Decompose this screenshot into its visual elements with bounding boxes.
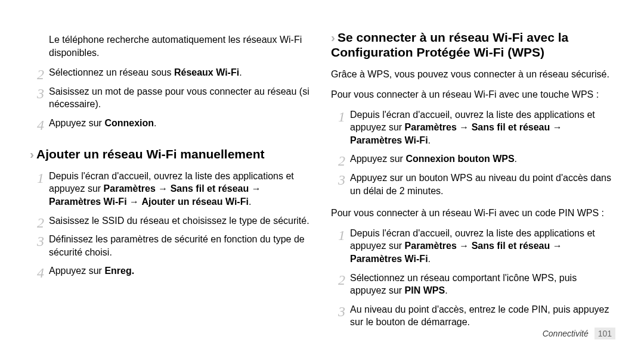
- text: →: [156, 183, 171, 194]
- text: →: [249, 183, 261, 194]
- bold-text: Ajouter un réseau Wi-Fi: [141, 197, 248, 207]
- bold-text: Sans fil et réseau: [472, 122, 550, 132]
- text: Appuyez sur: [49, 118, 104, 128]
- right-intro: Grâce à WPS, vous pouvez vous connecter …: [331, 68, 614, 81]
- left-a-step-2: Sélectionnez un réseau sous Réseaux Wi-F…: [30, 66, 313, 79]
- bold-text: Paramètres: [104, 183, 156, 194]
- left-intro: Le téléphone recherche automatiquement l…: [30, 33, 313, 59]
- right-steps-a: Depuis l'écran d'accueil, ouvrez la list…: [331, 105, 614, 204]
- text: Sélectionnez un réseau sous: [49, 67, 174, 77]
- page-footer: Connectivité 101: [543, 329, 615, 338]
- left-b-step-4: Appuyez sur Enreg.: [30, 264, 313, 278]
- text: Appuyez sur: [49, 266, 104, 276]
- heading-text: Ajouter un réseau Wi-Fi manuellement: [36, 147, 265, 161]
- right-b-step-2: Sélectionnez un réseau comportant l'icôn…: [331, 272, 614, 297]
- footer-section: Connectivité: [543, 329, 589, 338]
- bold-text: Réseaux Wi-Fi: [174, 67, 239, 77]
- page: Le téléphone recherche automatiquement l…: [0, 0, 644, 349]
- left-a-step-4: Appuyez sur Connexion.: [30, 117, 313, 130]
- text: .: [154, 118, 156, 128]
- text: →: [127, 197, 142, 207]
- text: →: [550, 241, 562, 251]
- footer-page-number: 101: [595, 328, 615, 339]
- left-b-step-2: Saisissez le SSID du réseau et choisisse…: [30, 214, 313, 228]
- right-a-step-2: Appuyez sur Connexion bouton WPS.: [331, 152, 614, 166]
- left-steps-a: Sélectionnez un réseau sous Réseaux Wi-F…: [30, 63, 313, 135]
- bold-text: Sans fil et réseau: [472, 241, 550, 251]
- left-b-step-1: Depuis l'écran d'accueil, ouvrez la list…: [30, 170, 313, 208]
- chevron-icon: ›: [331, 30, 335, 44]
- right-a-step-1: Depuis l'écran d'accueil, ouvrez la list…: [331, 108, 614, 147]
- right-lead-2: Pour vous connecter à un réseau Wi-Fi av…: [331, 207, 614, 220]
- bold-text: Paramètres: [405, 241, 457, 251]
- text: .: [249, 197, 251, 207]
- text: .: [239, 67, 242, 77]
- bold-text: Connexion bouton WPS: [405, 154, 514, 164]
- bold-text: Paramètres Wi-Fi: [350, 254, 428, 264]
- bold-text: Paramètres Wi-Fi: [49, 197, 127, 207]
- text: →: [457, 241, 472, 251]
- bold-text: Enreg.: [104, 266, 134, 276]
- bold-text: Paramètres Wi-Fi: [350, 135, 428, 145]
- left-steps-b: Depuis l'écran d'accueil, ouvrez la list…: [30, 166, 313, 283]
- left-column: Le téléphone recherche automatiquement l…: [30, 30, 313, 337]
- right-column: ›Se connecter à un réseau Wi-Fi avec la …: [331, 30, 614, 337]
- text: .: [445, 285, 447, 295]
- right-steps-b: Depuis l'écran d'accueil, ouvrez la list…: [331, 223, 614, 335]
- bold-text: Paramètres: [405, 122, 457, 132]
- text: .: [428, 135, 431, 145]
- text: .: [515, 154, 517, 164]
- text: →: [457, 122, 472, 132]
- right-b-step-1: Depuis l'écran d'accueil, ouvrez la list…: [331, 227, 614, 266]
- bold-text: Sans fil et réseau: [171, 183, 249, 194]
- text: →: [550, 122, 562, 132]
- heading-text: Se connecter à un réseau Wi-Fi avec la C…: [331, 30, 568, 59]
- right-heading: ›Se connecter à un réseau Wi-Fi avec la …: [331, 30, 614, 60]
- text: .: [428, 254, 431, 264]
- right-lead-1: Pour vous connecter à un réseau Wi-Fi av…: [331, 88, 614, 101]
- left-heading: ›Ajouter un réseau Wi-Fi manuellement: [30, 147, 313, 161]
- right-a-step-3: Appuyez sur un bouton WPS au niveau du p…: [331, 172, 614, 197]
- bold-text: Connexion: [104, 118, 154, 128]
- bold-text: PIN WPS: [405, 285, 445, 295]
- left-b-step-3: Définissez les paramètres de sécurité en…: [30, 233, 313, 258]
- text: Appuyez sur: [350, 154, 405, 164]
- left-a-step-3: Saisissez un mot de passe pour vous conn…: [30, 85, 313, 111]
- chevron-icon: ›: [30, 147, 34, 161]
- right-b-step-3: Au niveau du point d'accès, entrez le co…: [331, 303, 614, 329]
- text: Sélectionnez un réseau comportant l'icôn…: [350, 273, 577, 296]
